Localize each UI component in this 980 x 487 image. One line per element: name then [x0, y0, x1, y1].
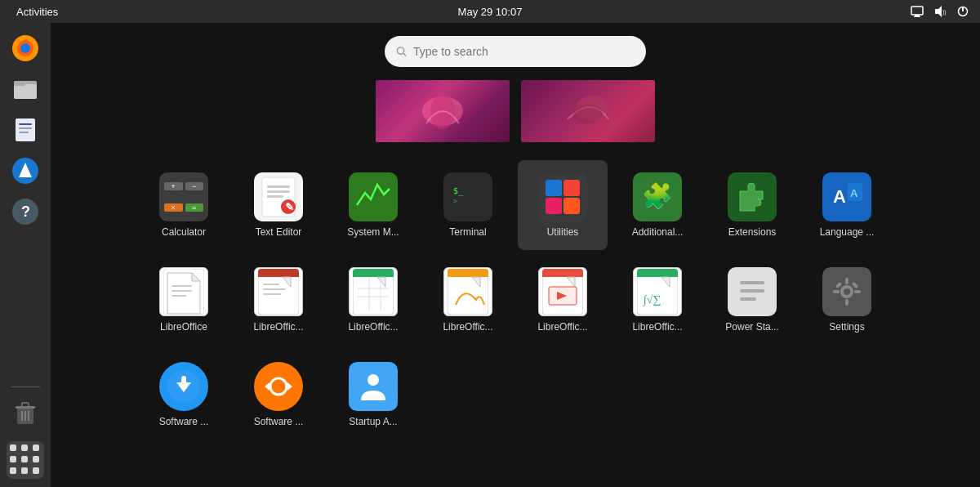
- app-extensions-label: Extensions: [712, 226, 792, 238]
- svg-line-28: [403, 53, 406, 56]
- topbar-datetime: May 29 10:07: [458, 6, 523, 18]
- svg-rect-107: [181, 376, 186, 386]
- sidebar-divider: [11, 386, 40, 387]
- svg-rect-78: [448, 272, 488, 277]
- app-startup[interactable]: Startup A...: [328, 350, 418, 440]
- sidebar-files[interactable]: [7, 70, 44, 108]
- svg-text:?: ?: [21, 203, 30, 220]
- app-additional-label: Additional...: [617, 226, 697, 238]
- sidebar-text-editor[interactable]: [7, 111, 44, 149]
- svg-rect-11: [14, 84, 37, 99]
- svg-text:🧩: 🧩: [642, 181, 673, 211]
- app-calculator-label: Calculator: [144, 226, 224, 238]
- svg-rect-59: [172, 290, 192, 292]
- app-lo-impress[interactable]: LibreOffic...: [518, 255, 608, 345]
- app-powerstat[interactable]: Power Sta...: [707, 255, 797, 345]
- svg-rect-101: [854, 290, 861, 293]
- app-libreoffice-label: LibreOffice: [144, 321, 224, 333]
- svg-rect-99: [845, 299, 849, 306]
- svg-rect-16: [19, 132, 29, 133]
- app-grid: + − × = Calculator ✎: [122, 160, 908, 440]
- topbar-left: Activities: [10, 4, 65, 20]
- main-area: + − × = Calculator ✎: [51, 23, 980, 487]
- sidebar: ?: [0, 23, 51, 487]
- sidebar-help[interactable]: ?: [7, 193, 44, 230]
- svg-text:∫√∑: ∫√∑: [643, 293, 662, 306]
- svg-rect-63: [258, 272, 299, 277]
- preview-window-2[interactable]: [519, 78, 657, 144]
- app-extensions[interactable]: Extensions: [707, 160, 797, 250]
- app-software-install[interactable]: Software ...: [139, 350, 229, 440]
- svg-rect-88: [637, 272, 678, 277]
- app-calculator[interactable]: + − × = Calculator: [139, 160, 229, 250]
- svg-rect-67: [263, 293, 281, 295]
- app-text-editor-label: Text Editor: [238, 226, 318, 238]
- preview-window-1[interactable]: [374, 78, 511, 144]
- svg-marker-3: [935, 6, 942, 17]
- sidebar-software[interactable]: [7, 152, 44, 190]
- app-text-editor[interactable]: ✎ Text Editor: [234, 160, 323, 250]
- app-software-update-label: Software ...: [238, 416, 318, 427]
- svg-rect-0: [911, 7, 923, 15]
- app-lo-writer[interactable]: LibreOffic...: [234, 255, 323, 345]
- activities-button[interactable]: Activities: [10, 4, 65, 20]
- svg-point-9: [20, 43, 30, 53]
- app-lo-calc[interactable]: LibreOffic...: [328, 255, 418, 345]
- app-software-install-label: Software ...: [144, 416, 224, 427]
- app-language-label: Language ...: [807, 226, 887, 238]
- svg-rect-100: [833, 290, 840, 293]
- svg-rect-45: [564, 180, 580, 196]
- power-icon[interactable]: [956, 4, 970, 19]
- svg-point-27: [397, 47, 403, 54]
- svg-point-97: [844, 288, 850, 295]
- search-input[interactable]: [413, 45, 635, 58]
- app-terminal[interactable]: $_ > Terminal: [423, 160, 513, 250]
- app-software-update[interactable]: Software ...: [234, 350, 323, 440]
- svg-rect-94: [740, 297, 756, 301]
- app-utilities[interactable]: Utilities: [518, 160, 608, 250]
- sidebar-trash[interactable]: [7, 394, 44, 431]
- svg-rect-58: [172, 285, 192, 287]
- topbar-right: )))): [910, 4, 970, 19]
- svg-rect-66: [263, 288, 286, 290]
- svg-rect-35: [267, 190, 290, 193]
- svg-rect-47: [564, 198, 580, 214]
- svg-rect-46: [546, 198, 562, 214]
- svg-rect-15: [19, 127, 32, 129]
- show-all-apps-button[interactable]: [7, 441, 44, 479]
- svg-rect-92: [740, 281, 764, 284]
- app-lo-draw[interactable]: LibreOffic...: [423, 255, 513, 345]
- svg-rect-34: [267, 185, 290, 188]
- app-settings[interactable]: Settings: [802, 255, 892, 345]
- svg-rect-93: [740, 289, 764, 293]
- svg-rect-12: [14, 81, 25, 86]
- app-system-monitor[interactable]: System M...: [328, 160, 418, 250]
- svg-text:)))): )))): [942, 9, 947, 16]
- svg-rect-60: [172, 295, 186, 297]
- svg-rect-44: [546, 180, 562, 196]
- app-language[interactable]: A A Language ...: [802, 160, 892, 250]
- app-utilities-label: Utilities: [523, 226, 603, 238]
- svg-rect-98: [845, 278, 849, 284]
- svg-point-32: [573, 104, 603, 123]
- svg-point-108: [258, 366, 299, 407]
- sound-icon[interactable]: )))): [933, 4, 947, 19]
- svg-text:$_: $_: [453, 185, 464, 196]
- app-settings-label: Settings: [807, 321, 887, 333]
- app-lo-math[interactable]: ∫√∑ LibreOffic...: [612, 255, 702, 345]
- search-bar[interactable]: [385, 36, 646, 67]
- app-row-1: + − × = Calculator ✎: [139, 160, 892, 250]
- sidebar-firefox[interactable]: [7, 29, 44, 67]
- app-libreoffice[interactable]: LibreOffice: [139, 255, 229, 345]
- app-terminal-label: Terminal: [428, 226, 508, 238]
- topbar: Activities May 29 10:07 )))): [0, 0, 980, 23]
- app-powerstat-label: Power Sta...: [712, 321, 792, 333]
- svg-point-112: [368, 374, 379, 386]
- screen-icon[interactable]: [910, 4, 924, 19]
- app-additional[interactable]: 🧩 Additional...: [612, 160, 702, 250]
- app-lo-math-label: LibreOffic...: [617, 321, 697, 333]
- svg-text:A: A: [850, 187, 858, 199]
- svg-rect-111: [353, 366, 394, 407]
- svg-rect-2: [914, 16, 920, 17]
- app-system-monitor-label: System M...: [333, 226, 413, 238]
